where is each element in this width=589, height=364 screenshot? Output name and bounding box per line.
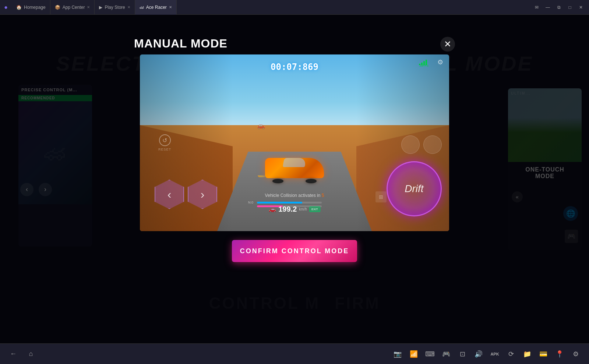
reset-icon: ↺ — [159, 134, 171, 146]
gamepad-button[interactable]: 🎮 — [440, 348, 452, 360]
title-bar: ● 🏠 Homepage 📦 App Center ✕ ▶ Play Store… — [0, 0, 589, 15]
confirm-control-mode-button[interactable]: CONFIRM CONTROL MODE — [232, 240, 357, 262]
modal-dialog: MANUAL MODE ✕ 🚗 — [133, 37, 456, 262]
game-screenshot: 🚗 00:07:869 28FPS ⚙ ↺ — [140, 54, 449, 231]
wheel-right — [306, 179, 317, 183]
nitro-label: N:0 — [248, 201, 255, 204]
hud-timer: 00:07:869 — [271, 62, 318, 72]
tab-appcenter[interactable]: 📦 App Center ✕ — [50, 0, 95, 15]
tab-homepage-label: Homepage — [24, 5, 46, 10]
tab-appcenter-label: App Center — [63, 5, 85, 10]
home-button[interactable]: ⌂ — [25, 348, 37, 360]
tab-appcenter-close[interactable]: ✕ — [87, 5, 90, 9]
email-button[interactable]: ✉ — [532, 2, 542, 13]
toolbar-right: 📷 📶 ⌨ 🎮 ⊡ 🔊 APK ⟳ 📁 💳 📍 ⚙ — [392, 348, 582, 360]
tab-aceracer-label: Ace Racer — [146, 5, 167, 10]
action-controls: Drift — [387, 161, 442, 216]
toolbar-left: ← ⌂ — [7, 348, 37, 360]
wifi-button[interactable]: 📶 — [408, 348, 420, 360]
reset-button[interactable]: ↺ RESET — [158, 134, 171, 151]
steer-left-icon: ‹ — [167, 188, 172, 201]
tab-playstore[interactable]: ▶ Play Store ✕ — [95, 0, 135, 15]
tab-playstore-label: Play Store — [105, 5, 125, 10]
small-buttons — [401, 135, 442, 154]
collision-notice: Vehicle Collision activates in 5 — [265, 193, 324, 198]
confirm-button-container: CONFIRM CONTROL MODE — [232, 240, 357, 262]
tab-aceracer-icon: 🏎 — [140, 5, 144, 10]
drift-button[interactable]: Drift — [387, 161, 442, 216]
nitro-bar-fill — [257, 202, 302, 204]
steering-controls: ‹ › — [155, 180, 217, 209]
wallet-button[interactable]: 💳 — [537, 348, 549, 360]
steer-right-button[interactable]: › — [188, 180, 217, 209]
restore-button[interactable]: ⧉ — [554, 2, 564, 13]
tab-playstore-close[interactable]: ✕ — [127, 5, 130, 9]
keyboard-button[interactable]: ⌨ — [424, 348, 436, 360]
settings-button[interactable]: ⚙ — [570, 348, 582, 360]
car-icon-hud: 🚗 — [269, 206, 276, 213]
close-button[interactable]: ✕ — [576, 2, 586, 13]
apk-button[interactable]: APK — [489, 348, 501, 360]
player-car — [265, 156, 324, 182]
steer-left-button[interactable]: ‹ — [155, 180, 184, 209]
modal-title: MANUAL MODE — [134, 37, 228, 50]
grid-icon[interactable]: ⊞ — [375, 191, 387, 202]
app-icon: ● — [0, 0, 12, 15]
fps-indicator: 28FPS — [420, 64, 428, 67]
screenshot-button[interactable]: ⊡ — [456, 348, 468, 360]
volume-button[interactable]: 🔊 — [473, 348, 484, 360]
back-button[interactable]: ← — [7, 348, 19, 360]
car-windshield — [283, 158, 306, 167]
camera-button[interactable]: 📷 — [392, 348, 403, 360]
reset-label: RESET — [158, 148, 171, 151]
speed-display: 🚗 199.2 km/h EXIT — [269, 205, 320, 213]
title-bar-controls: ✉ — ⧉ □ ✕ — [532, 2, 589, 13]
steer-right-icon: › — [201, 188, 205, 201]
wheel-left — [272, 179, 283, 183]
tab-appcenter-icon: 📦 — [55, 5, 60, 10]
speed-unit: km/h — [299, 207, 307, 211]
main-content: SELECT YOUR FAVORITE CONTROL MODE It can… — [0, 15, 589, 364]
bottom-toolbar: ← ⌂ 📷 📶 ⌨ 🎮 ⊡ 🔊 APK ⟳ 📁 💳 📍 ⚙ — [0, 343, 589, 364]
nitro-bar-track — [257, 202, 322, 204]
title-bar-left: ● 🏠 Homepage 📦 App Center ✕ ▶ Play Store… — [0, 0, 532, 15]
background-car: 🚗 — [257, 121, 265, 130]
tab-aceracer[interactable]: 🏎 Ace Racer ✕ — [135, 0, 177, 15]
car-body — [265, 158, 324, 178]
speed-value: 199.2 — [278, 205, 297, 213]
location-button[interactable]: 📍 — [554, 348, 565, 360]
tab-homepage[interactable]: 🏠 Homepage — [12, 0, 50, 15]
modal-close-button[interactable]: ✕ — [440, 37, 455, 52]
exit-button-hud[interactable]: EXIT — [309, 206, 320, 212]
sync-button[interactable]: ⟳ — [505, 348, 517, 360]
tab-homepage-icon: 🏠 — [16, 5, 22, 10]
action-btn-2[interactable] — [423, 135, 442, 154]
collision-count: 5 — [322, 193, 324, 198]
modal-header: MANUAL MODE ✕ — [133, 37, 456, 52]
settings-icon[interactable]: ⚙ — [437, 58, 443, 66]
drift-label: Drift — [405, 183, 423, 195]
tab-playstore-icon: ▶ — [99, 5, 102, 10]
nitro-bar-row: N:0 — [248, 201, 322, 204]
minimize-button[interactable]: — — [543, 2, 553, 13]
tab-aceracer-close[interactable]: ✕ — [169, 5, 172, 9]
car-exhaust — [258, 175, 265, 177]
folder-button[interactable]: 📁 — [521, 348, 533, 360]
maximize-button[interactable]: □ — [565, 2, 575, 13]
action-btn-1[interactable] — [401, 135, 420, 154]
